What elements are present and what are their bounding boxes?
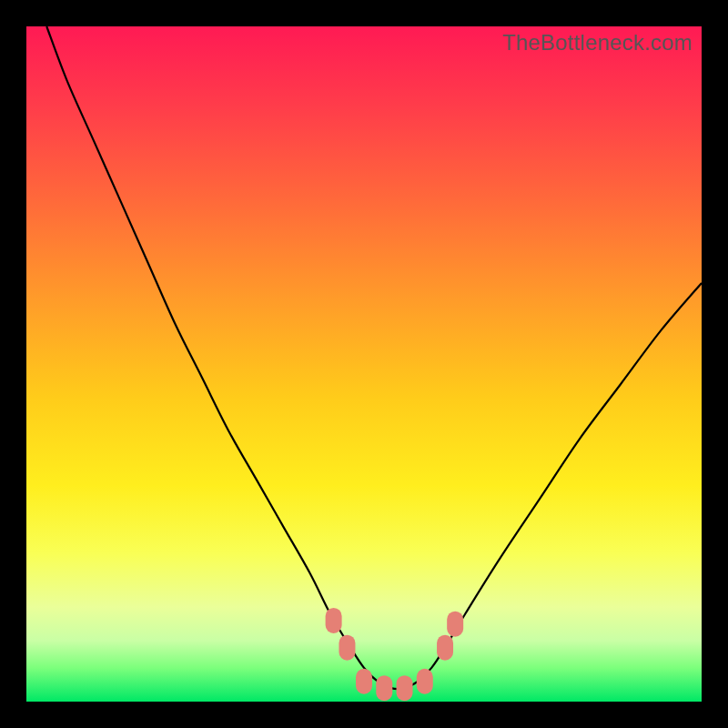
curve-marker <box>339 635 355 661</box>
curve-marker <box>356 669 372 694</box>
curve-svg <box>26 26 702 702</box>
curve-marker <box>417 669 433 694</box>
curve-marker <box>437 635 453 661</box>
bottleneck-curve <box>46 26 702 689</box>
chart-frame: TheBottleneck.com <box>0 0 728 728</box>
curve-marker <box>447 612 463 637</box>
curve-marker <box>376 675 392 701</box>
plot-area: TheBottleneck.com <box>26 26 702 702</box>
marker-group <box>326 608 464 701</box>
curve-marker <box>326 608 342 633</box>
curve-marker <box>397 675 413 701</box>
